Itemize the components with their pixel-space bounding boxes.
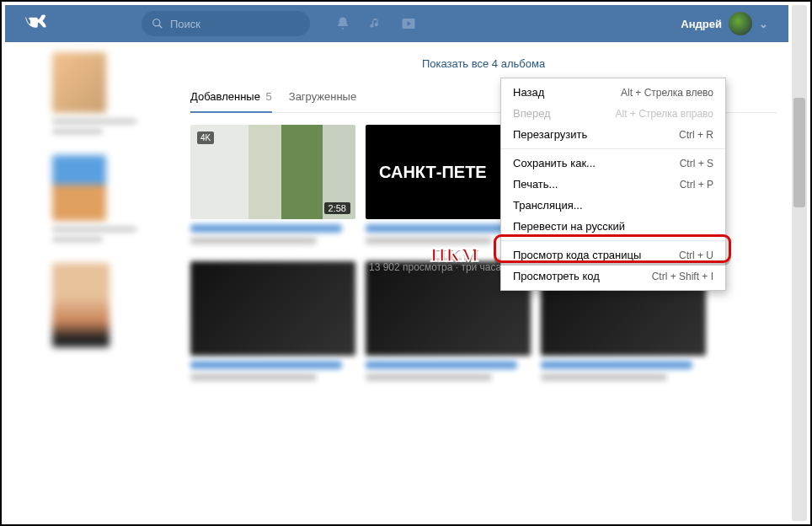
top-bar: Поиск Андрей ⌄ — [5, 5, 788, 42]
video-meta — [541, 373, 667, 381]
context-menu-item[interactable]: Просмотреть кодCtrl + Shift + I — [501, 266, 725, 287]
left-sidebar — [5, 42, 182, 381]
video-icon[interactable] — [401, 16, 416, 31]
tab-count: 5 — [266, 90, 272, 103]
sidebar-thumb[interactable] — [52, 52, 106, 113]
svg-line-1 — [159, 25, 163, 29]
top-icons — [335, 16, 416, 31]
context-menu-label: Трансляция... — [513, 199, 583, 212]
avatar — [729, 12, 752, 35]
context-menu-label: Сохранить как... — [513, 157, 596, 169]
sidebar-thumb[interactable] — [52, 263, 110, 347]
music-icon[interactable] — [369, 17, 382, 30]
context-menu-label: Вперед — [513, 107, 551, 120]
context-menu-label: Назад — [513, 86, 544, 99]
tab-label: Загруженные — [289, 90, 356, 103]
quality-badge: 4K — [197, 132, 214, 144]
context-menu-item[interactable]: Просмотр кода страницыCtrl + U — [501, 244, 725, 266]
context-menu: НазадAlt + Стрелка влевоВпередAlt + Стре… — [500, 78, 726, 291]
chevron-down-icon: ⌄ — [759, 18, 768, 30]
sidebar-text — [52, 128, 103, 135]
context-menu-item[interactable]: НазадAlt + Стрелка влево — [501, 82, 725, 103]
video-title-overlay: САНКТ-ПЕТЕ — [379, 163, 487, 182]
video-title[interactable] — [366, 361, 517, 369]
video-meta — [366, 237, 492, 244]
context-menu-shortcut: Ctrl + R — [679, 129, 713, 141]
video-title[interactable] — [366, 224, 517, 233]
username: Андрей — [681, 18, 722, 30]
video-meta — [366, 373, 492, 381]
video-title[interactable] — [190, 224, 342, 233]
page-scrollbar[interactable] — [792, 5, 807, 521]
search-input[interactable]: Поиск — [142, 11, 310, 36]
vk-logo-icon[interactable] — [24, 14, 51, 33]
context-menu-shortcut: Ctrl + Shift + I — [652, 271, 713, 282]
context-menu-label: Просмотр кода страницы — [513, 249, 641, 261]
context-menu-label: Просмотреть код — [513, 270, 600, 282]
video-meta — [190, 237, 317, 244]
context-menu-item[interactable]: Перевести на русский — [501, 216, 725, 237]
video-thumbnail[interactable] — [190, 261, 355, 356]
sidebar-thumb[interactable] — [52, 155, 106, 221]
tab-label: Добавленные — [190, 90, 260, 103]
video-title[interactable] — [190, 361, 342, 369]
video-duration: 2:58 — [324, 202, 350, 214]
tab-uploaded[interactable]: Загруженные — [289, 90, 356, 104]
context-menu-shortcut: Ctrl + P — [680, 179, 713, 191]
video-card[interactable]: 4K 2:58 — [190, 125, 355, 244]
user-menu[interactable]: Андрей ⌄ — [681, 12, 768, 35]
search-icon — [152, 18, 163, 30]
context-menu-separator — [501, 148, 725, 149]
context-menu-item[interactable]: Сохранить как...Ctrl + S — [501, 153, 725, 174]
sidebar-text — [52, 236, 103, 243]
sidebar-text — [52, 118, 136, 125]
context-menu-item[interactable]: ПерезагрузитьCtrl + R — [501, 124, 725, 145]
context-menu-separator — [501, 240, 725, 241]
context-menu-shortcut: Ctrl + U — [679, 250, 713, 261]
video-thumbnail[interactable]: 4K 2:58 — [190, 125, 355, 219]
video-meta — [190, 373, 317, 381]
sidebar-text — [52, 226, 136, 233]
context-menu-shortcut: Ctrl + S — [680, 158, 713, 169]
search-placeholder: Поиск — [170, 18, 200, 30]
tab-added[interactable]: Добавленные 5 — [190, 90, 272, 113]
context-menu-label: Печать... — [513, 178, 558, 191]
bell-icon[interactable] — [335, 16, 350, 31]
context-menu-item: ВпередAlt + Стрелка вправо — [501, 103, 725, 124]
context-menu-shortcut: Alt + Стрелка вправо — [616, 108, 713, 120]
scrollbar-thumb[interactable] — [793, 98, 805, 207]
show-all-albums-link[interactable]: Показать все 4 альбома — [190, 57, 777, 70]
context-menu-item[interactable]: Трансляция... — [501, 195, 725, 216]
svg-point-0 — [153, 19, 160, 26]
video-title[interactable] — [541, 361, 692, 369]
context-menu-item[interactable]: Печать...Ctrl + P — [501, 174, 725, 195]
video-card[interactable] — [190, 261, 355, 381]
context-menu-label: Перезагрузить — [513, 128, 587, 141]
context-menu-label: Перевести на русский — [513, 220, 625, 233]
context-menu-shortcut: Alt + Стрелка влево — [621, 87, 713, 99]
